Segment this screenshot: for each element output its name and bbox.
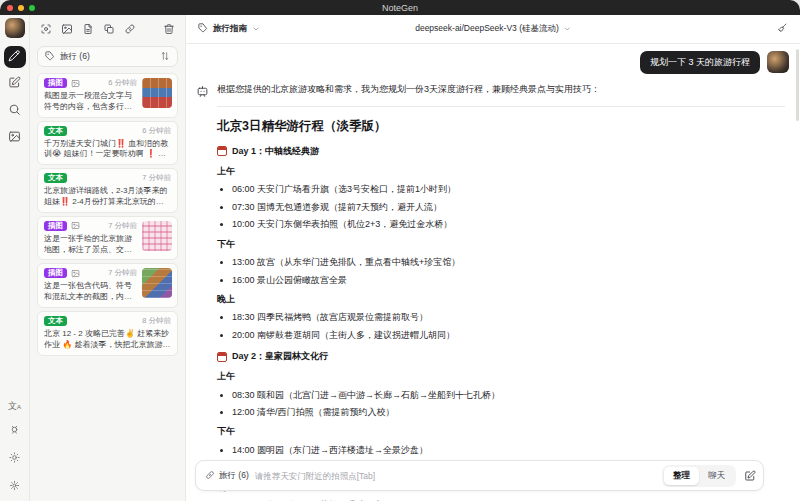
note-text: 北京 12 - 2 攻略已完善✌️ 赶紧来抄作业 🔥 趁着淡季，快把北京旅游攻略… [44,329,171,351]
note-type-badge: 插图 [44,268,67,278]
context-tag-label: 旅行 (6) [219,470,249,482]
itinerary: Day 1：中轴线经典游上午06:00 天安门广场看升旗（选3号安检口，提前1小… [217,145,785,501]
mode-organize-button[interactable]: 整理 [664,467,699,485]
note-card-header: 文本8 分钟前 [44,316,171,326]
sync-icon[interactable] [9,421,20,439]
note-card[interactable]: 插图7 分钟前这是一张手绘的北京旅游地图，标注了景点、交通方式和门票价格，如天安… [37,216,178,261]
window-title: NoteGen [0,3,800,13]
translate-icon[interactable]: 文A [8,402,21,411]
main-area: 旅行指南 deepseek-ai/DeepSeek-V3 (硅基流动) 规划一下… [186,15,800,501]
tag-icon [198,23,208,35]
note-card[interactable]: 文本8 分钟前北京 12 - 2 攻略已完善✌️ 赶紧来抄作业 🔥 趁着淡季，快… [37,311,178,356]
pencil-square-icon [8,75,21,93]
note-type-badge: 文本 [44,173,67,183]
itinerary-item: 06:00 天安门广场看升旗（选3号安检口，提前1小时到） [232,183,785,195]
daypart-label: 下午 [217,238,785,251]
note-timestamp: 6 分钟前 [108,78,137,88]
daypart-list: 13:00 故宫（从东华门进免排队，重点看中轴线+珍宝馆）16:00 景山公园俯… [217,256,785,286]
note-timestamp: 6 分钟前 [142,126,171,136]
note-card[interactable]: 文本7 分钟前北京旅游详细路线，2-3月淡季来的姐妹‼️ 2-4月份打算来北京玩… [37,168,178,213]
chat-area: 规划一下 3 天的旅游行程 根据您提供的北京旅游攻略和需求，我为您规划一份3天深… [186,44,800,501]
app-window: NoteGen 文A [0,0,800,501]
chat-input-bar: 旅行 (6) 整理 聊天 [195,460,764,491]
notes-list: 插图6 分钟前截图显示一段混合文字与符号的内容，包含多行无序排列的字母、数字和符… [30,73,185,501]
assistant-message-content: 根据您提供的北京旅游攻略和需求，我为您规划一份3天深度游行程，兼顾经典景点与实用… [217,83,789,501]
mode-chat-button[interactable]: 聊天 [699,467,734,485]
library-panel: 旅行 (6) 插图6 分钟前截图显示一段混合文字与符号的内容，包含多行无序排列的… [30,15,186,501]
note-card[interactable]: 文本6 分钟前千万别进天安门城门‼️ 血和泪的教训😭 姐妹们！一定要听劝啊 ❗ … [37,121,178,166]
insert-file-icon[interactable] [82,21,94,39]
copy-icon[interactable] [103,21,115,39]
itinerary-item: 16:00 景山公园俯瞰故宫全景 [232,274,785,286]
itinerary-item: 08:30 颐和园（北宫门进→画中游→长廊→石舫→坐船到十七孔桥） [232,389,785,401]
nav-gallery-button[interactable] [4,127,26,149]
chevron-down-icon [252,25,260,33]
user-avatar[interactable] [5,18,25,38]
pen-icon [8,48,21,66]
nav-write-button[interactable] [4,73,26,95]
calendar-icon [217,352,227,362]
note-thumbnail [142,78,172,108]
note-title-dropdown[interactable]: 旅行指南 [198,23,260,35]
nav-rail: 文A [0,15,30,501]
itinerary-item: 12:00 清华/西门拍照（需提前预约入校） [232,406,785,418]
note-timestamp: 7 分钟前 [108,268,137,278]
daypart-list: 08:30 颐和园（北宫门进→画中游→长廊→石舫→坐船到十七孔桥）12:00 清… [217,389,785,419]
divider [217,106,785,107]
note-thumbnail [142,268,172,298]
day-heading: Day 2：皇家园林文化行 [217,350,785,363]
itinerary-item: 10:00 天安门东侧华表拍照（机位2+3，避免过金水桥） [232,218,785,230]
note-type-badge: 文本 [44,316,67,326]
theme-sun-icon[interactable] [9,449,20,467]
chat-input[interactable] [255,471,656,481]
settings-gear-icon[interactable] [9,477,20,495]
link-icon[interactable] [124,21,136,39]
daypart-label: 上午 [217,370,785,383]
main-header: 旅行指南 deepseek-ai/DeepSeek-V3 (硅基流动) [186,15,800,44]
sort-icon[interactable] [160,51,170,63]
itinerary-item: 18:30 四季民福烤鸭（故宫店观景位需提前取号） [232,311,785,323]
note-text: 千万别进天安门城门‼️ 血和泪的教训😭 姐妹们！一定要听劝啊 ❗ 除非是预约了参… [44,139,171,161]
daypart-list: 18:30 四季民福烤鸭（故宫店观景位需提前取号）20:00 南锣鼓巷逛胡同（主… [217,311,785,341]
chevron-down-icon [563,25,571,33]
compose-send-icon[interactable] [744,470,756,482]
nav-search-button[interactable] [4,100,26,122]
itinerary-item: 07:30 国博无包通道参观（提前7天预约，避开人流） [232,201,785,213]
note-thumbnail [142,221,172,251]
capture-screenshot-icon[interactable] [40,21,52,39]
insert-image-icon[interactable] [61,21,73,39]
model-name: deepseek-ai/DeepSeek-V3 (硅基流动) [415,23,559,35]
panel-toolbar [30,15,185,44]
model-selector[interactable]: deepseek-ai/DeepSeek-V3 (硅基流动) [415,23,571,35]
itinerary-title: 北京3日精华游行程（淡季版） [217,118,785,135]
image-icon [71,221,80,230]
rail-bottom-tools: 文A [8,402,21,495]
day-title: Day 2：皇家园林文化行 [232,350,328,363]
tag-icon [45,51,55,63]
itinerary-item: 13:00 故宫（从东华门进免排队，重点看中轴线+珍宝馆） [232,256,785,268]
tag-filter[interactable]: 旅行 (6) [37,46,178,67]
gallery-icon [8,129,21,147]
daypart-label: 上午 [217,165,785,178]
itinerary-item: 14:00 圆明园（东门进→西洋楼遗址→全景沙盘） [232,444,785,456]
note-type-badge: 插图 [44,78,67,88]
context-tag-chip[interactable]: 旅行 (6) [205,470,249,482]
note-card-header: 文本7 分钟前 [44,173,171,183]
mode-segment-control: 整理 聊天 [662,465,736,487]
note-card[interactable]: 插图7 分钟前这是一张包含代码、符号和混乱文本的截图，内容难以辨识，似乎涉及技术… [37,263,178,308]
link-icon [205,470,215,482]
itinerary-item: 20:00 南锣鼓巷逛胡同（主街人多，建议拐进帽儿胡同） [232,329,785,341]
user-avatar [767,51,789,73]
note-card[interactable]: 插图6 分钟前截图显示一段混合文字与符号的内容，包含多行无序排列的字母、数字和符… [37,73,178,118]
trash-icon[interactable] [163,21,175,39]
assistant-intro-text: 根据您提供的北京旅游攻略和需求，我为您规划一份3天深度游行程，兼顾经典景点与实用… [217,83,785,96]
assistant-message-row: 根据您提供的北京旅游攻略和需求，我为您规划一份3天深度游行程，兼顾经典景点与实用… [196,83,789,501]
tag-filter-label: 旅行 (6) [60,51,90,63]
clear-chat-broom-icon[interactable] [776,20,788,38]
note-type-badge: 文本 [44,126,67,136]
nav-record-button[interactable] [4,46,26,68]
daypart-label: 下午 [217,425,785,438]
search-icon [8,102,21,120]
scrollbar-thumb[interactable] [796,49,799,121]
user-message-row: 规划一下 3 天的旅游行程 [196,51,789,74]
